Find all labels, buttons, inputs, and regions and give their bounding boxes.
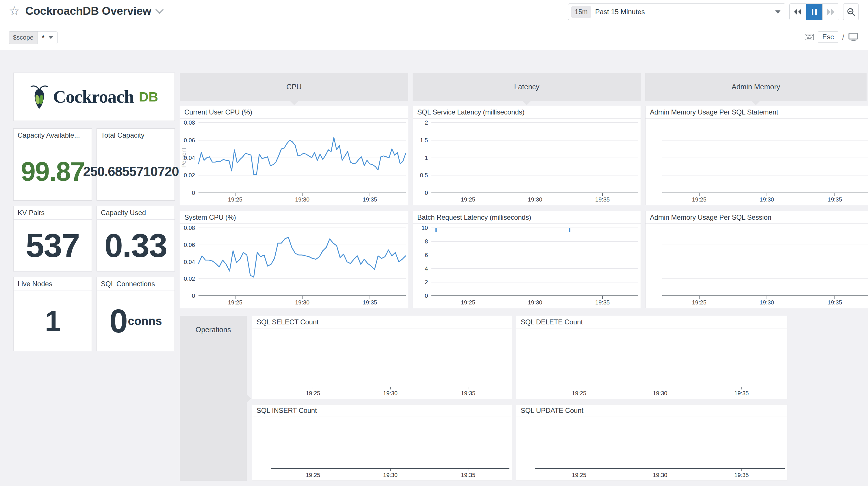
chart-plot: 19:2519:3019:35 bbox=[516, 417, 787, 481]
svg-text:19:25: 19:25 bbox=[572, 472, 586, 478]
cockroach-logo-icon bbox=[30, 84, 49, 109]
time-range-badge: 15m bbox=[571, 6, 591, 18]
svg-text:19:25: 19:25 bbox=[228, 196, 242, 203]
chart-panel-current-user-cpu[interactable]: Current User CPU (%)00.020.040.060.0819:… bbox=[180, 106, 408, 205]
chart-panel-system-cpu[interactable]: System CPU (%)00.020.040.060.0819:2519:3… bbox=[180, 211, 408, 308]
fast-forward-icon bbox=[827, 8, 835, 16]
chart-title: System CPU (%) bbox=[180, 211, 408, 224]
chart-title: SQL UPDATE Count bbox=[516, 404, 787, 417]
group-header-operations[interactable]: Operations bbox=[180, 316, 247, 481]
chart-title: Admin Memory Usage Per SQL Session bbox=[646, 211, 868, 224]
group-header-admin-memory[interactable]: Admin Memory bbox=[645, 73, 867, 101]
chart-plot: 00.020.040.060.0819:2519:3019:35 bbox=[180, 224, 408, 308]
svg-text:2: 2 bbox=[425, 119, 428, 126]
stat-card-live-nodes[interactable]: Live Nodes 1 bbox=[13, 277, 92, 351]
svg-text:19:30: 19:30 bbox=[760, 299, 774, 306]
time-range-picker[interactable]: 15m Past 15 Minutes bbox=[568, 3, 785, 20]
scope-variable-name: $scope bbox=[9, 31, 38, 44]
svg-text:19:35: 19:35 bbox=[363, 196, 377, 203]
stat-card-kv-pairs[interactable]: KV Pairs 537 bbox=[13, 206, 92, 271]
svg-text:10: 10 bbox=[422, 225, 428, 231]
stat-label: Capacity Available... bbox=[13, 128, 92, 142]
svg-text:0.02: 0.02 bbox=[184, 276, 195, 282]
stat-value: 1 bbox=[45, 307, 60, 335]
stat-card-total-capacity[interactable]: Total Capacity 250.6855710720GB bbox=[96, 128, 175, 201]
zoom-out-button[interactable] bbox=[843, 3, 859, 20]
svg-text:19:25: 19:25 bbox=[692, 299, 707, 306]
svg-text:0: 0 bbox=[192, 190, 195, 196]
cockroachdb-logo-widget[interactable]: Cockroach DB bbox=[13, 73, 175, 121]
svg-text:19:35: 19:35 bbox=[461, 390, 475, 396]
svg-text:19:30: 19:30 bbox=[653, 472, 667, 478]
svg-text:19:35: 19:35 bbox=[828, 196, 842, 203]
svg-text:0.08: 0.08 bbox=[184, 225, 195, 231]
dashboard-canvas: Cockroach DB Capacity Available... 99.87… bbox=[0, 50, 868, 486]
svg-text:0.06: 0.06 bbox=[184, 242, 195, 248]
stat-card-capacity-available[interactable]: Capacity Available... 99.87 bbox=[13, 128, 92, 201]
svg-text:19:30: 19:30 bbox=[383, 390, 398, 396]
chart-panel-admin-memory-statement[interactable]: Admin Memory Usage Per SQL Statement19:2… bbox=[645, 106, 868, 205]
chart-panel-sql-service-latency[interactable]: SQL Service Latency (milliseconds)00.511… bbox=[413, 106, 641, 205]
chart-panel-admin-memory-session[interactable]: Admin Memory Usage Per SQL Session19:251… bbox=[645, 211, 868, 308]
svg-text:1: 1 bbox=[425, 155, 428, 161]
group-header-cpu[interactable]: CPU bbox=[180, 73, 408, 101]
chart-panel-sql-select-count[interactable]: SQL SELECT Count19:2519:3019:35 bbox=[252, 316, 512, 399]
stat-value: 0.33 bbox=[104, 229, 167, 262]
stat-card-capacity-used[interactable]: Capacity Used 0.33 bbox=[96, 206, 175, 271]
group-label: CPU bbox=[286, 83, 302, 91]
svg-text:0.02: 0.02 bbox=[184, 172, 195, 178]
monitor-icon[interactable] bbox=[848, 33, 858, 41]
chart-plot: 00.020.040.060.0819:2519:3019:35Percent bbox=[180, 118, 408, 205]
time-range-label: Past 15 Minutes bbox=[595, 8, 775, 16]
dashboard-title-row: ☆ CockroachDB Overview bbox=[9, 5, 162, 17]
pause-button[interactable] bbox=[806, 4, 823, 20]
svg-text:19:35: 19:35 bbox=[734, 472, 749, 478]
keyboard-icon[interactable] bbox=[805, 33, 814, 40]
chart-panel-sql-insert-count[interactable]: SQL INSERT Count19:2519:3019:35 bbox=[252, 404, 512, 481]
group-label: Admin Memory bbox=[732, 83, 780, 91]
time-controls: 15m Past 15 Minutes bbox=[568, 3, 859, 20]
svg-text:0: 0 bbox=[425, 190, 428, 196]
svg-text:19:35: 19:35 bbox=[828, 299, 842, 306]
svg-text:19:25: 19:25 bbox=[228, 299, 242, 306]
group-label: Operations bbox=[180, 325, 247, 334]
chevron-down-icon[interactable] bbox=[155, 5, 163, 13]
stat-card-sql-connections[interactable]: SQL Connections 0conns bbox=[96, 277, 175, 351]
logo-brand-text: Cockroach bbox=[53, 86, 134, 107]
svg-text:19:25: 19:25 bbox=[572, 390, 586, 396]
svg-text:19:35: 19:35 bbox=[363, 299, 377, 306]
svg-text:0: 0 bbox=[425, 293, 428, 299]
svg-text:19:30: 19:30 bbox=[528, 299, 542, 306]
favorite-star-icon[interactable]: ☆ bbox=[9, 5, 20, 17]
chart-panel-sql-delete-count[interactable]: SQL DELETE Count19:2519:3019:35 bbox=[516, 316, 787, 399]
chart-panel-sql-update-count[interactable]: SQL UPDATE Count19:2519:3019:35 bbox=[516, 404, 787, 481]
group-header-latency[interactable]: Latency bbox=[413, 73, 641, 101]
zoom-out-icon bbox=[847, 7, 855, 16]
svg-text:19:25: 19:25 bbox=[306, 390, 320, 396]
dropdown-caret-icon bbox=[49, 36, 53, 39]
shortcut-hints: Esc / bbox=[805, 31, 858, 43]
fast-forward-button[interactable] bbox=[823, 4, 839, 20]
stat-value: 537 bbox=[26, 229, 80, 262]
scope-variable-selector[interactable]: $scope * bbox=[9, 31, 58, 44]
svg-text:2: 2 bbox=[425, 279, 428, 285]
esc-key: Esc bbox=[818, 31, 838, 43]
rewind-button[interactable] bbox=[790, 4, 806, 20]
group-label: Latency bbox=[514, 83, 539, 91]
stat-label: KV Pairs bbox=[13, 206, 92, 220]
svg-text:19:35: 19:35 bbox=[595, 196, 610, 203]
chart-title: SQL SELECT Count bbox=[252, 316, 512, 328]
logo-suffix-text: DB bbox=[139, 89, 158, 105]
scope-value-text: * bbox=[42, 34, 44, 41]
page-title[interactable]: CockroachDB Overview bbox=[25, 5, 151, 17]
scope-variable-value[interactable]: * bbox=[38, 31, 57, 44]
dropdown-caret-icon bbox=[775, 10, 780, 13]
svg-text:0.08: 0.08 bbox=[184, 119, 195, 126]
chart-panel-batch-request-latency[interactable]: Batch Request Latency (milliseconds)0246… bbox=[413, 211, 641, 308]
stat-value: 0 bbox=[110, 305, 127, 338]
stat-label: Live Nodes bbox=[13, 277, 92, 291]
stat-value: 99.87 bbox=[21, 158, 84, 185]
chart-plot: 00.511.5219:2519:3019:35 bbox=[413, 118, 641, 205]
svg-text:19:30: 19:30 bbox=[295, 299, 309, 306]
svg-text:19:25: 19:25 bbox=[306, 472, 320, 478]
